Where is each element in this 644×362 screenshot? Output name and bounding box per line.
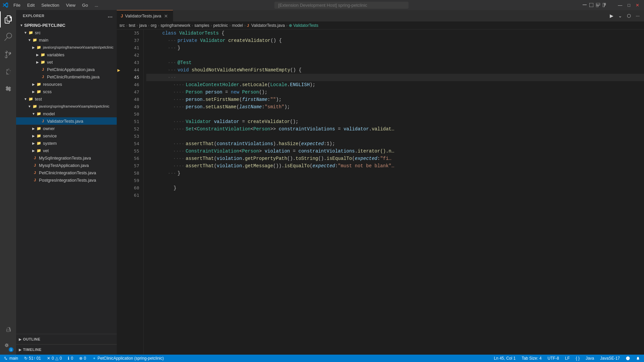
tree-test[interactable]: ▼ 📁 test [16,95,117,103]
java-file-icon: J [32,155,38,161]
menu-go[interactable]: Go [79,2,91,8]
variables-label: variables [47,52,64,57]
bc-springframework[interactable]: springframework [161,23,191,28]
status-app[interactable]: PetClinicApplication (spring-petclinic) [91,356,165,361]
status-java-version[interactable]: JavaSE-17 [599,356,621,361]
activity-search[interactable] [0,29,16,45]
tree-petclinicapp[interactable]: ▶ J PetClinicApplication.java [16,66,117,73]
bc-model[interactable]: model [232,23,243,28]
code-line-43: ···@Test [146,59,644,66]
status-errors[interactable]: ✕ 0 △ 0 [46,356,63,361]
bc-sep: › [211,23,212,28]
layout-icon-4[interactable] [603,3,607,7]
tab-validatortests[interactable]: J ValidatorTests.java ✕ [117,10,173,22]
tree-main[interactable]: ▼ 📁 main [16,36,117,44]
tree-validatortests[interactable]: ▶ J ValidatorTests.java [16,117,117,125]
status-line-ending[interactable]: LF [564,356,571,361]
tree-mysqlintegration[interactable]: ▶ J MySqlIntegrationTests.java [16,154,117,162]
layout-icon-2[interactable] [589,3,593,7]
more-actions-button[interactable]: ··· [634,12,641,19]
activity-run-debug[interactable] [0,64,16,80]
tree-petclinicintegration[interactable]: ▶ J PetClinicIntegrationTests.java [16,169,117,176]
tree-variables[interactable]: ▶ 📁 variables [16,51,117,58]
menu-more[interactable]: ... [92,2,101,8]
tree-java-main[interactable]: ▶ 📁 java\org\springframework\samples\pet… [16,44,117,51]
tree-owner[interactable]: ▶ 📁 owner [16,125,117,132]
scss-label: scss [43,89,52,94]
timeline-header[interactable]: ▶ TIMELINE [16,346,117,353]
bc-class[interactable]: ⊕ ValidatorTests [289,23,318,28]
line-num-53: 53 [117,133,143,140]
tree-mysqltestapp[interactable]: ▶ J MysqlTestApplication.java [16,162,117,169]
status-language[interactable]: Java [584,356,595,361]
menu-selection[interactable]: Selection [39,2,62,8]
bc-java[interactable]: java [139,23,147,28]
run-dropdown-button[interactable]: ⌄ [616,12,624,19]
bc-org[interactable]: org [151,23,156,28]
timeline-section: ▶ TIMELINE [16,344,117,355]
folder-icon: 📁 [32,104,38,109]
status-no-problems[interactable]: ⊗ 0 [78,356,88,361]
tree-root[interactable]: ▼ SPRING-PETCLINIC [16,21,117,29]
maximize-button[interactable]: □ [626,2,632,8]
bc-src[interactable]: src [119,23,125,28]
code-line-37: ···private Validator createValidator() { [146,37,644,44]
menu-edit[interactable]: Edit [24,2,37,8]
tab-close-button[interactable]: ✕ [163,13,169,19]
arrow-icon: ▶ [31,81,36,87]
bc-samples[interactable]: samples [194,23,209,28]
bc-sep: › [229,23,230,28]
tree-runtimehints[interactable]: ▶ J PetClinicRuntimeHints.java [16,73,117,80]
line-num-43: 43 [117,59,143,66]
menu-file[interactable]: File [11,2,23,8]
status-feedback[interactable] [625,356,631,360]
outline-header[interactable]: ▶ OUTLINE [16,336,117,343]
code-line-51: ····Validator validator = createValidato… [146,118,644,125]
folder-icon: 📁 [36,89,42,94]
mysqlintegration-label: MySqlIntegrationTests.java [39,156,91,161]
java-main-label: java\org\springframework\samples\petclin… [43,45,113,49]
arrow-icon: ▼ [23,30,28,35]
status-braces[interactable]: { } [575,356,581,361]
status-notifications[interactable] [635,356,641,360]
status-branch[interactable]: main [3,356,19,361]
status-encoding[interactable]: UTF-8 [546,356,560,361]
tree-postgresintegration[interactable]: ▶ J PostgresIntegrationTests.java [16,176,117,184]
status-info[interactable]: ℹ 0 [66,356,74,361]
tree-src[interactable]: ▼ 📁 src [16,29,117,36]
tree-service[interactable]: ▶ 📁 service [16,132,117,139]
layout-icon-3[interactable] [596,3,600,7]
code-content[interactable]: class ValidatorTests { ···private Valida… [144,29,644,355]
code-line-58: ···} [146,170,644,177]
tab-size-text: Tab Size: 4 [522,356,541,361]
layout-icon-1[interactable] [583,3,587,7]
tree-vet-test[interactable]: ▶ 📁 vet [16,147,117,154]
arrow-icon: ▶ [35,59,40,65]
activity-settings[interactable]: 1 [0,339,16,355]
tree-vet-main[interactable]: ▶ 📁 vet [16,58,117,66]
close-button[interactable]: ✕ [634,2,641,8]
split-editor-button[interactable]: ⬡ [625,12,633,19]
menu-view[interactable]: View [63,2,78,8]
status-tab-size[interactable]: Tab Size: 4 [520,356,543,361]
activity-testing[interactable] [0,321,16,337]
search-input[interactable] [274,2,409,9]
status-sync[interactable]: ↻ 51↑ 01 [23,356,42,361]
tree-scss[interactable]: ▶ 📁 scss [16,88,117,95]
tree-java-test[interactable]: ▼ 📁 java\org\springframework\samples\pet… [16,103,117,110]
activity-extensions[interactable] [0,81,16,97]
activity-explorer[interactable] [0,11,16,27]
tree-system[interactable]: ▶ 📁 system [16,139,117,147]
sidebar-more-icon[interactable]: ... [108,13,113,19]
bc-file[interactable]: ValidatorTests.java [251,23,285,28]
arrow-icon: ▶ [31,45,36,50]
run-button[interactable]: ▶ [608,12,615,19]
activity-source-control[interactable] [0,46,16,62]
bc-test[interactable]: test [129,23,135,28]
minimize-button[interactable]: — [616,2,624,8]
bc-petclinic[interactable]: petclinic [213,23,228,28]
status-line-col[interactable]: Ln 45, Col 1 [492,356,517,361]
petclinicapp-label: PetClinicApplication.java [47,67,95,72]
tree-model[interactable]: ▼ 📁 model [16,110,117,117]
tree-resources[interactable]: ▶ 📁 resources [16,80,117,88]
